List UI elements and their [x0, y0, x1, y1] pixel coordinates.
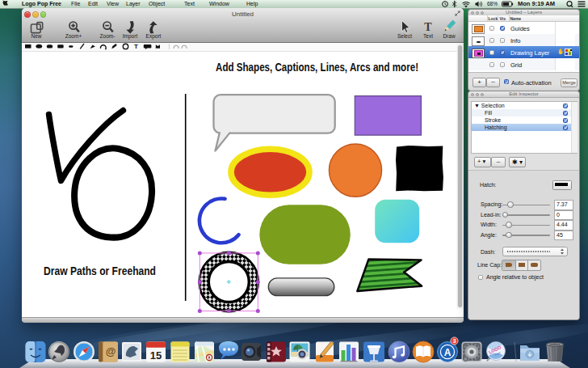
svg-text:T: T: [424, 21, 432, 33]
svg-text:A: A: [444, 347, 452, 358]
svg-text:15: 15: [150, 349, 162, 362]
svg-text:T: T: [134, 43, 138, 50]
svg-text:Add Shapes, Captions, Lines, A: Add Shapes, Captions, Lines, Arcs and mo…: [216, 60, 418, 74]
svg-text:Draw Paths or Freehand: Draw Paths or Freehand: [44, 264, 156, 277]
svg-text:@: @: [106, 345, 116, 357]
svg-text:3: 3: [452, 337, 456, 345]
